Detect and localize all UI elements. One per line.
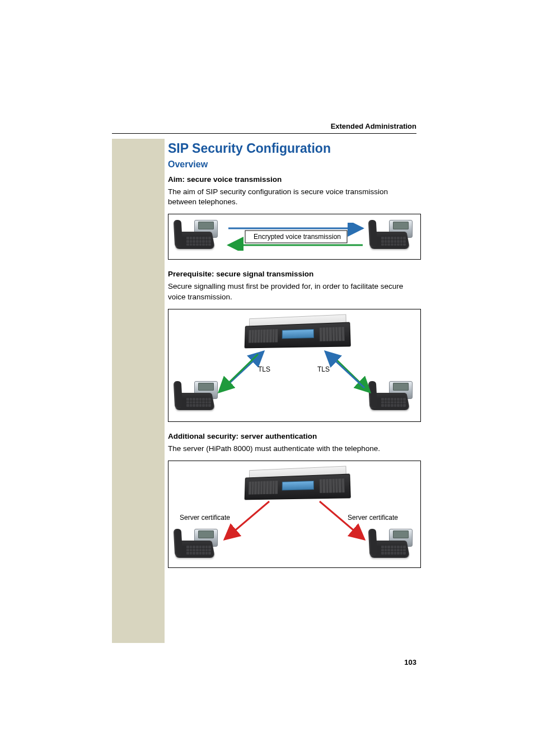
- telephone-icon: [367, 222, 417, 252]
- diagram-server-auth: Server certificate Server certificate: [168, 461, 421, 568]
- header-chapter: Extended Administration: [331, 122, 416, 130]
- body-aim: The aim of SIP security configuration is…: [168, 187, 416, 207]
- page-title: SIP Security Configuration: [168, 141, 416, 156]
- subheading-prereq: Prerequisite: secure signal transmission: [168, 270, 416, 278]
- diagram1-label: Encrypted voice transmission: [252, 233, 342, 241]
- diagram-encrypted-voice: Encrypted voice transmission: [168, 214, 421, 260]
- svg-line-7: [224, 501, 269, 539]
- tls-label-right: TLS: [317, 365, 330, 373]
- body-serverauth: The server (HiPath 8000) must authentica…: [168, 444, 416, 454]
- tls-arrows-icon: [168, 309, 420, 421]
- svg-line-4: [219, 354, 258, 392]
- cert-label-left: Server certificate: [180, 514, 230, 522]
- subheading-aim: Aim: secure voice transmission: [168, 175, 416, 184]
- left-margin-bar: [112, 139, 165, 643]
- diagram-tls: TLS TLS: [168, 309, 421, 422]
- content-column: SIP Security Configuration Overview Aim:…: [168, 141, 416, 578]
- cert-label-right: Server certificate: [348, 514, 398, 522]
- subheading-serverauth: Additional security: server authenticati…: [168, 432, 416, 440]
- page-number: 103: [404, 658, 416, 666]
- section-heading: Overview: [168, 159, 416, 170]
- svg-line-6: [325, 351, 364, 388]
- telephone-icon: [172, 222, 222, 252]
- header-rule: [112, 133, 416, 134]
- tls-label-left: TLS: [258, 365, 270, 373]
- body-prereq: Secure signalling must first be provided…: [168, 281, 416, 302]
